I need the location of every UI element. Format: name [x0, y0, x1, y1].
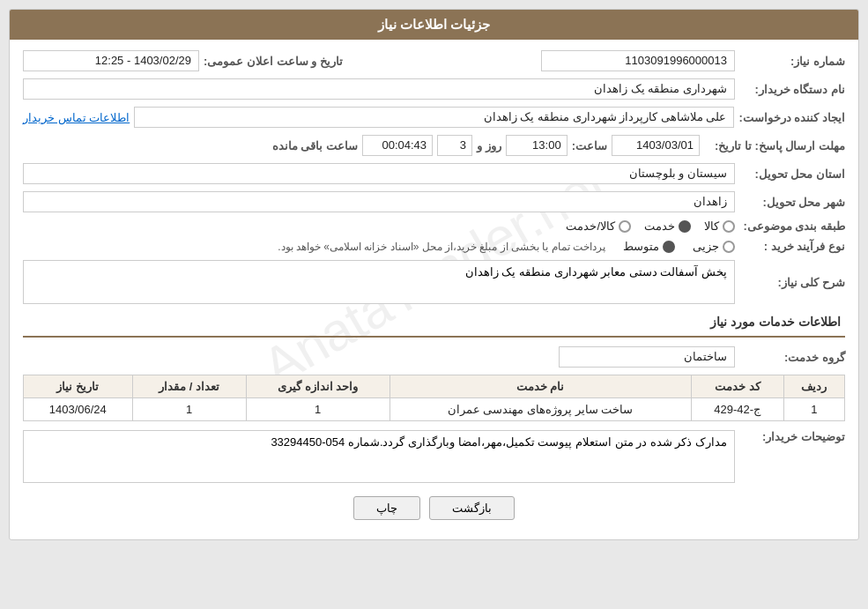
- sharh-section: شرح کلی نیاز: پخش آسفالت دستی معابر شهرد…: [23, 260, 845, 304]
- radio-khedmat-circle: [679, 220, 691, 233]
- ijad-row: ایجاد کننده درخواست: علی ملاشاهی کارپردا…: [23, 107, 845, 128]
- radio-jezii-label: جزیی: [693, 240, 719, 253]
- col-name: نام خدمت: [389, 375, 691, 398]
- mohlat-saat: 13:00: [506, 135, 568, 156]
- section-khadamat-header: اطلاعات خدمات مورد نیاز: [23, 315, 845, 329]
- button-row: بازگشت چاپ: [23, 496, 845, 520]
- back-button[interactable]: بازگشت: [429, 496, 515, 520]
- mohlat-baqi: 00:04:43: [362, 135, 433, 156]
- radio-motosat-item[interactable]: متوسط: [623, 240, 675, 253]
- mohlat-saat-label: ساعت:: [572, 139, 607, 152]
- card-header: جزئیات اطلاعات نیاز: [10, 10, 858, 40]
- page-title: جزئیات اطلاعات نیاز: [378, 17, 490, 32]
- print-button[interactable]: چاپ: [353, 496, 420, 520]
- shomara-value: 1103091996000013: [541, 50, 735, 71]
- col-code: کد خدمت: [691, 375, 783, 398]
- radio-kala-circle: [723, 220, 735, 233]
- tarix-elan-value: 1403/02/29 - 12:25: [23, 50, 199, 71]
- shahr-value: زاهدان: [23, 191, 735, 212]
- mohlat-date: 1403/03/01: [612, 135, 700, 156]
- ostan-value: سیستان و بلوچستان: [23, 163, 735, 184]
- main-card: AnataTender.net جزئیات اطلاعات نیاز شمار…: [9, 9, 859, 540]
- shahr-label: شهر محل تحویل:: [739, 196, 845, 209]
- radio-kala-khedmat-item[interactable]: کالا/خدمت: [566, 219, 631, 233]
- tabagheh-row: طبقه بندی موضوعی: کالا خدمت کالا/خدمت: [23, 219, 845, 233]
- tabagheh-options: کالا خدمت کالا/خدمت: [23, 219, 735, 233]
- radio-khedmat-label: خدمت: [644, 219, 675, 233]
- radio-jezii-circle: [723, 241, 735, 253]
- tozi-textarea[interactable]: مدارک ذکر شده در متن استعلام پیوست تکمیل…: [23, 430, 735, 483]
- sharh-label: شرح کلی نیاز:: [739, 276, 845, 289]
- radio-kala-item[interactable]: کالا: [704, 219, 735, 233]
- mohlat-row: مهلت ارسال پاسخ: تا تاریخ: 1403/03/01 سا…: [23, 135, 845, 156]
- radio-jezii-item[interactable]: جزیی: [693, 240, 735, 253]
- sharh-row: شرح کلی نیاز: پخش آسفالت دستی معابر شهرد…: [23, 260, 845, 304]
- nam-dasgah-row: نام دستگاه خریدار: شهرداری منطقه یک زاهد…: [23, 78, 845, 100]
- shahr-row: شهر محل تحویل: زاهدان: [23, 191, 845, 212]
- mohlat-baqi-label: ساعت باقی مانده: [272, 139, 358, 152]
- table-row: 1ج-42-429ساخت سایر پروژه‌های مهندسی عمرا…: [24, 398, 845, 421]
- tozi-label: توضیحات خریدار:: [739, 430, 845, 443]
- nam-dasgah-value: شهرداری منطقه یک زاهدان: [23, 78, 735, 100]
- radio-kala-khedmat-label: کالا/خدمت: [566, 219, 615, 233]
- table-cell: 1: [246, 398, 389, 421]
- section-divider: [23, 336, 845, 338]
- col-unit: واحد اندازه گیری: [246, 375, 389, 398]
- shomara-label: شماره نیاز:: [739, 55, 845, 68]
- mohlat-label: مهلت ارسال پاسخ: تا تاریخ:: [704, 139, 845, 152]
- table-cell: 1: [783, 398, 844, 421]
- sharh-textarea[interactable]: پخش آسفالت دستی معابر شهرداری منطقه یک ز…: [23, 260, 735, 304]
- col-radif: ردیف: [783, 375, 844, 398]
- radio-khedmat-item[interactable]: خدمت: [644, 219, 691, 233]
- col-count: تعداد / مقدار: [132, 375, 246, 398]
- ostan-label: استان محل تحویل:: [739, 167, 845, 181]
- radio-motosat-label: متوسط: [623, 240, 659, 253]
- tabagheh-label: طبقه بندی موضوعی:: [739, 219, 845, 233]
- table-cell: 1403/06/24: [24, 398, 133, 421]
- ostan-row: استان محل تحویل: سیستان و بلوچستان: [23, 163, 845, 184]
- tarix-elan-label: تاریخ و ساعت اعلان عمومی:: [204, 55, 343, 68]
- shomara-row: شماره نیاز: 1103091996000013 تاریخ و ساع…: [23, 50, 845, 71]
- ijad-label: ایجاد کننده درخواست:: [738, 111, 845, 124]
- services-table: ردیف کد خدمت نام خدمت واحد اندازه گیری ت…: [23, 375, 845, 421]
- radio-kala-label: کالا: [704, 219, 719, 233]
- noeh-description: پرداخت تمام یا بخشی از مبلغ خرید،از محل …: [278, 241, 605, 253]
- noeh-label: نوع فرآیند خرید :: [739, 240, 845, 253]
- mohlat-roz-label: روز و: [477, 139, 501, 152]
- nam-dasgah-label: نام دستگاه خریدار:: [739, 83, 845, 96]
- table-cell: ساخت سایر پروژه‌های مهندسی عمران: [389, 398, 691, 421]
- radio-motosat-circle: [663, 241, 675, 253]
- noeh-row: نوع فرآیند خرید : جزیی متوسط پرداخت تمام…: [23, 240, 845, 253]
- ijad-link[interactable]: اطلاعات تماس خریدار: [23, 111, 130, 124]
- table-cell: ج-42-429: [691, 398, 783, 421]
- radio-kala-khedmat-circle: [619, 220, 631, 233]
- ijad-value: علی ملاشاهی کارپرداز شهرداری منطقه یک زا…: [134, 107, 734, 128]
- grohe-label: گروه خدمت:: [739, 351, 845, 364]
- col-date: تاریخ نیاز: [24, 375, 133, 398]
- grohe-value: ساختمان: [559, 346, 735, 368]
- mohlat-roz: 3: [437, 135, 472, 156]
- table-cell: 1: [132, 398, 246, 421]
- tozi-row: توضیحات خریدار: مدارک ذکر شده در متن است…: [23, 430, 845, 483]
- grohe-row: گروه خدمت: ساختمان: [23, 346, 845, 368]
